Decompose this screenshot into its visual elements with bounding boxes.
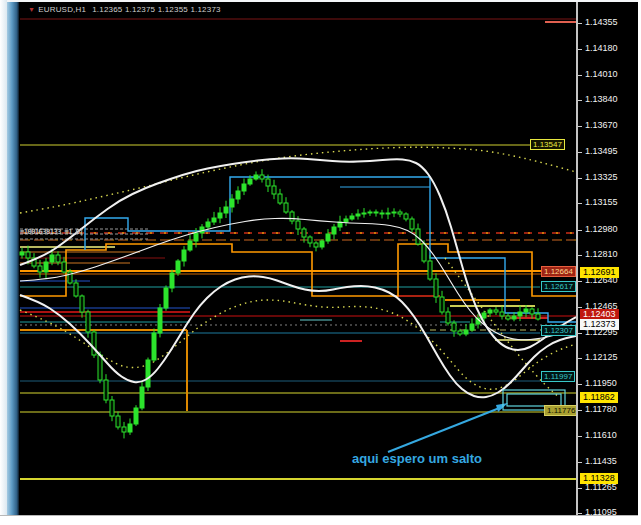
- axis-tick-mark: [578, 513, 582, 514]
- axis-tick-mark: [578, 462, 582, 463]
- symbol-timeframe-label: EURUSD,H1: [38, 5, 86, 14]
- axis-price-1.12810: 1.12810: [585, 249, 618, 260]
- axis-tick-mark: [578, 333, 582, 334]
- axis-tick-mark: [578, 152, 582, 153]
- window-left-margin: [0, 0, 7, 525]
- axis-price-1.13155: 1.13155: [585, 197, 618, 208]
- axis-highlight-1.11328: 1.11328: [580, 473, 618, 484]
- axis-price-1.11950: 1.11950: [585, 378, 617, 389]
- annotation-arrow: [388, 390, 565, 452]
- axis-tick-mark: [578, 488, 582, 489]
- chart-price-label-1.13547[interactable]: 1.13547: [530, 139, 565, 150]
- window-bottom-edge: [0, 515, 641, 525]
- candles: [20, 169, 540, 438]
- axis-highlight-1.12691: 1.12691: [580, 267, 619, 278]
- axis-price-1.14355: 1.14355: [585, 17, 618, 28]
- axis-price-1.12980: 1.12980: [585, 224, 618, 235]
- mt4-chart-window: ▼EURUSD,H11.12365 1.12375 1.12355 1.1237…: [0, 0, 641, 525]
- ohlc-values: 1.12365 1.12375 1.12355 1.12373: [92, 5, 221, 14]
- axis-highlight-1.11862: 1.11862: [580, 392, 618, 403]
- axis-price-1.13325: 1.13325: [585, 172, 618, 183]
- axis-price-1.12125: 1.12125: [585, 352, 618, 363]
- chart-canvas[interactable]: ▼EURUSD,H11.12365 1.12375 1.12355 1.1237…: [19, 2, 576, 515]
- axis-tick-mark: [578, 307, 582, 308]
- annotation-text[interactable]: aqui espero um salto: [347, 451, 487, 466]
- chart-price-label-1.12664[interactable]: 1.12664: [541, 266, 576, 277]
- axis-tick-mark: [578, 23, 582, 24]
- window-left-edge: [7, 2, 19, 515]
- axis-price-1.14180: 1.14180: [585, 43, 618, 54]
- axis-tick-mark: [578, 281, 582, 282]
- axis-tick-mark: [578, 255, 582, 256]
- axis-price-1.11435: 1.11435: [585, 456, 617, 467]
- axis-tick-mark: [578, 126, 582, 127]
- white-bands: [20, 158, 576, 397]
- axis-tick-mark: [578, 100, 582, 101]
- axis-price-1.11610: 1.11610: [585, 430, 617, 441]
- axis-price-1.11095: 1.11095: [585, 507, 617, 515]
- chart-plot: [19, 2, 576, 515]
- axis-price-1.11780: 1.11780: [585, 404, 617, 415]
- axis-tick-mark: [578, 384, 582, 385]
- indicator-text-cluster: ≡1001638133 ≡1.0|: [20, 228, 170, 236]
- axis-tick-mark: [578, 178, 582, 179]
- axis-tick-mark: [578, 49, 582, 50]
- axis-tick-mark: [578, 230, 582, 231]
- axis-tick-mark: [578, 358, 582, 359]
- chart-price-label-1.11776[interactable]: 1.11776: [544, 405, 576, 416]
- axis-price-1.13495: 1.13495: [585, 146, 618, 157]
- dotted-bands: [20, 147, 576, 398]
- symbol-dropdown-icon[interactable]: ▼: [28, 6, 35, 13]
- axis-highlight-1.12373: 1.12373: [580, 319, 619, 330]
- chart-price-label-1.12307[interactable]: 1.12307: [541, 325, 576, 336]
- axis-price-1.13670: 1.13670: [585, 120, 618, 131]
- price-axis[interactable]: 1.143551.141801.140101.138401.136701.134…: [578, 2, 638, 515]
- axis-tick-mark: [578, 436, 582, 437]
- chart-title: ▼EURUSD,H11.12365 1.12375 1.12355 1.1237…: [28, 5, 221, 15]
- axis-price-1.13840: 1.13840: [585, 94, 618, 105]
- chart-price-label-1.11997[interactable]: 1.11997: [541, 371, 575, 382]
- axis-tick-mark: [578, 410, 582, 411]
- axis-price-1.14010: 1.14010: [585, 69, 618, 80]
- axis-tick-mark: [578, 203, 582, 204]
- axis-tick-mark: [578, 75, 582, 76]
- chart-price-label-1.12617[interactable]: 1.12617: [541, 281, 576, 292]
